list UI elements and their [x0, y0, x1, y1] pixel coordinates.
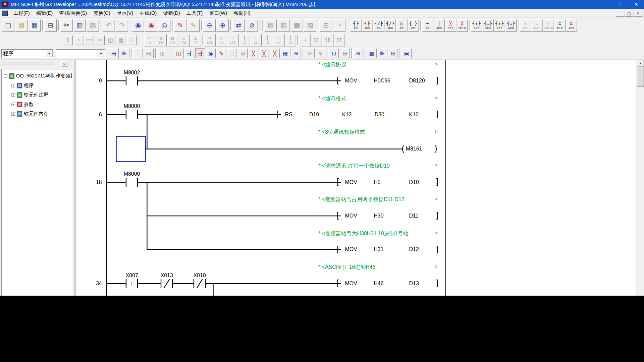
window-close-button[interactable]: ✕: [628, 0, 644, 9]
station-icon-3[interactable]: ▦: [291, 19, 303, 32]
ladder-vscrollbar[interactable]: ▲ ▼: [637, 60, 644, 296]
program-check-icon[interactable]: ◉: [132, 19, 144, 32]
ladder-swap-icon[interactable]: ◫: [174, 48, 183, 58]
window-maximize-button[interactable]: □: [613, 0, 629, 9]
tool-gray1-icon[interactable]: ⊚: [305, 48, 315, 58]
zoom-window-icon[interactable]: ⊕: [353, 48, 363, 58]
sfc-dummy-button[interactable]: ▤sF6: [167, 34, 178, 46]
instruction-token[interactable]: K12: [342, 111, 352, 117]
cascade-icon[interactable]: ⊞: [388, 48, 398, 58]
program-type-combobox[interactable]: 程序 ▼: [1, 49, 54, 58]
rule-delete-button[interactable]: ⊏aF9: [566, 19, 577, 32]
grid-find-icon[interactable]: ▦: [280, 48, 290, 58]
instruction-token[interactable]: K10: [409, 111, 419, 117]
mdi-child-icon[interactable]: [2, 11, 8, 16]
columns-icon[interactable]: ⊪: [127, 35, 137, 45]
station-icon-2[interactable]: ▥: [278, 19, 290, 32]
comment-edit-icon[interactable]: ⊡: [329, 48, 339, 58]
instruction-token[interactable]: RS: [285, 111, 292, 117]
tile-h-icon[interactable]: ⊪: [377, 48, 387, 58]
project-tree-toggle-icon[interactable]: ⊪: [119, 48, 129, 58]
sfc-right-button[interactable]: ├c1: [239, 34, 250, 46]
collapse-icon[interactable]: −: [4, 74, 7, 78]
block-combobox[interactable]: ▼: [56, 49, 105, 58]
undo-icon[interactable]: ↶: [103, 19, 115, 32]
tree-item-程序[interactable]: +程序: [11, 82, 34, 89]
zoom-out-circle-icon[interactable]: ⊖: [203, 19, 216, 32]
rule-write-button[interactable]: ⊏F10: [554, 19, 565, 32]
monitor-start-icon[interactable]: ⇶: [184, 48, 194, 58]
station-icon-4[interactable]: ▧: [304, 19, 316, 32]
edit-cursor[interactable]: [116, 136, 146, 162]
coil-button[interactable]: ◯F7: [396, 19, 407, 32]
down-arrow-button[interactable]: ↓caF5: [531, 19, 542, 32]
error-check-icon[interactable]: error: [84, 35, 94, 45]
contact-closed-X013[interactable]: [161, 279, 173, 288]
new-icon[interactable]: ▢: [2, 19, 14, 32]
contact-open-M8000[interactable]: [126, 178, 138, 187]
chevron-down-icon[interactable]: ▼: [98, 50, 104, 57]
instruction-token[interactable]: MOV: [345, 77, 357, 83]
instruction-token[interactable]: D11: [409, 213, 419, 219]
open-contact-button[interactable]: ┤├F5: [350, 19, 361, 32]
expand-icon[interactable]: +: [11, 112, 15, 116]
sfc-end-button[interactable]: ⊥F7: [190, 34, 201, 46]
instruction-token[interactable]: D13: [409, 280, 419, 286]
project-panel-header[interactable]: ×: [1, 61, 73, 68]
dock-grip[interactable]: [1, 64, 54, 68]
instruction-token[interactable]: D10: [409, 179, 419, 185]
device-monitor-icon[interactable]: ◉: [206, 48, 215, 58]
instruction-token[interactable]: D12: [409, 246, 419, 252]
instruction-token[interactable]: D30: [375, 111, 384, 117]
device-check-icon[interactable]: ◎: [158, 19, 170, 32]
menu-item-8[interactable]: 工具(T): [183, 9, 206, 17]
sfc-sc-button[interactable]: SC: [311, 34, 322, 46]
mdi-close-button[interactable]: ✕: [634, 10, 642, 17]
sfc-select-button[interactable]: ⊠sF5: [204, 34, 215, 46]
menu-item-3[interactable]: 查找/替换(S): [56, 9, 90, 17]
menu-item-10[interactable]: 帮助(H): [230, 9, 254, 17]
download-icon[interactable]: ↧: [63, 35, 72, 45]
closed-contact-button[interactable]: ┤∕├F6: [373, 19, 384, 32]
sfc-step-button[interactable]: ▭F5: [144, 34, 155, 46]
parallel-rising-pulse-button[interactable]: ┤↑├aF7: [494, 19, 505, 32]
tree-item-软元件内存[interactable]: +软元件内存: [11, 110, 48, 117]
window-minimize-button[interactable]: —: [597, 0, 613, 9]
contact-open-M8002[interactable]: [126, 76, 138, 85]
menu-item-2[interactable]: 编辑(E): [33, 9, 56, 17]
plc-write-icon[interactable]: ✎: [174, 19, 186, 32]
delete-line-button[interactable]: ╳cF9: [445, 19, 456, 32]
station-icon-1[interactable]: ▤: [265, 19, 277, 32]
falling-pulse-button[interactable]: ┤↓├sF8: [482, 19, 493, 32]
menu-item-9[interactable]: 窗口(W): [206, 9, 230, 17]
scroll-up-icon[interactable]: ▲: [637, 60, 644, 67]
parallel-open-contact-button[interactable]: ┤├sF5: [362, 19, 373, 32]
statement-edit-icon[interactable]: ⊟: [340, 48, 350, 58]
sfc-vline2-button[interactable]: │c3: [262, 34, 273, 46]
vscrollbar-thumb[interactable]: [637, 67, 644, 87]
instruction-token[interactable]: H5: [374, 179, 380, 185]
instruction-token[interactable]: MOV: [345, 280, 357, 286]
expand-icon[interactable]: +: [11, 93, 15, 97]
open-icon[interactable]: ▤: [15, 19, 28, 32]
find-circle-icon[interactable]: ⊕: [291, 48, 301, 58]
grid-icon[interactable]: ▦: [116, 35, 126, 45]
step-run-icon[interactable]: S9: [95, 35, 105, 45]
sfc-cross-button[interactable]: ✛F9: [216, 34, 227, 46]
tree-item-root[interactable]: −QQ: 552171145制作变频器通讯: [4, 72, 72, 80]
hand-gray-icon[interactable]: ◔: [333, 19, 345, 32]
print-icon[interactable]: ⊟: [44, 19, 57, 32]
read-mode-icon[interactable]: ▤: [109, 48, 118, 58]
tree-item-参数[interactable]: +参数: [11, 101, 34, 108]
up-arrow-button[interactable]: ↑aF5: [520, 19, 531, 32]
delete-rung-icon[interactable]: ╳: [249, 48, 258, 58]
contact-rising-X007[interactable]: ↑: [126, 279, 138, 288]
coil-device[interactable]: M8161: [406, 146, 422, 152]
slash-line-button[interactable]: ∕caF10: [543, 19, 554, 32]
save-icon[interactable]: ▦: [28, 19, 41, 32]
parallel-falling-pulse-button[interactable]: ┤↓├aF8: [505, 19, 517, 32]
tool-gray2-icon[interactable]: ⊛: [315, 48, 325, 58]
parallel-closed-contact-button[interactable]: ┤∕├sF6: [385, 19, 396, 32]
delete-vertical-button[interactable]: ╳cF10: [457, 19, 468, 32]
redo-icon[interactable]: ↷: [116, 19, 128, 32]
